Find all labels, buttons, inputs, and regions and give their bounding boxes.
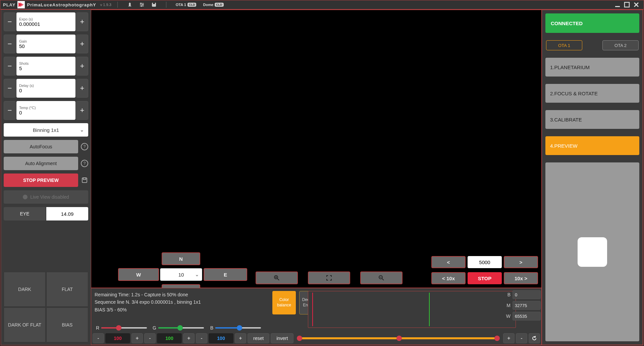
step-focus-rotate-button[interactable]: 2.FOCUS & ROTATE	[545, 84, 639, 103]
step-preview-button[interactable]: 4.PREVIEW	[545, 136, 639, 155]
ota1-status[interactable]: OTA 1 CLD	[176, 3, 197, 7]
step-planetarium-button[interactable]: 1.PLANETARIUM	[545, 58, 639, 77]
delay-minus-button[interactable]: −	[4, 79, 16, 98]
level-white-label: W	[504, 313, 511, 319]
histogram[interactable]	[308, 291, 516, 328]
move-speed-select[interactable]: 10 ⌄	[160, 268, 202, 281]
expo-minus-button[interactable]: −	[4, 12, 16, 31]
frame-darkflat-button[interactable]: DARK OF FLAT	[4, 307, 46, 342]
step-value[interactable]: 5000	[468, 256, 502, 268]
shots-field[interactable]: Shots 5	[16, 57, 75, 76]
blue-value[interactable]: 100	[209, 333, 233, 343]
blue-slider[interactable]	[215, 327, 261, 329]
step-forward-10x-button[interactable]: 10x >	[504, 272, 538, 284]
green-plus-button[interactable]: +	[183, 333, 195, 343]
reset-button[interactable]: reset	[248, 333, 269, 343]
focuser-stop-button[interactable]: STOP	[468, 272, 502, 284]
temp-minus-button[interactable]: −	[4, 101, 16, 120]
dome-badge: CLD	[215, 3, 224, 7]
image-viewport[interactable]: N S W E 10 ⌄ < 5000 >	[91, 10, 542, 288]
brand-full: PrimaLuceAstrophotographY	[27, 2, 96, 7]
range-reset-button[interactable]	[529, 333, 540, 343]
move-west-button[interactable]: W	[118, 268, 159, 281]
gain-plus-button[interactable]: +	[76, 35, 88, 53]
gain-value: 50	[19, 43, 73, 49]
move-speed-value: 10	[178, 272, 184, 278]
histogram-black-marker[interactable]	[312, 293, 313, 326]
red-value[interactable]: 100	[105, 333, 130, 343]
range-minus-button[interactable]: -	[516, 333, 527, 343]
preview-thumbnail[interactable]	[545, 162, 639, 341]
shots-plus-button[interactable]: +	[76, 57, 88, 76]
level-black-value[interactable]: 0	[513, 290, 541, 299]
level-mid-value[interactable]: 32775	[513, 301, 541, 310]
autofocus-button[interactable]: AutoFocus	[4, 140, 78, 153]
maximize-button[interactable]	[622, 0, 632, 9]
expo-field[interactable]: Expo (s) 0.000001	[16, 12, 75, 31]
eye-toggle-button[interactable]: EYE	[4, 207, 46, 220]
shots-row: − Shots 5 +	[4, 57, 88, 76]
app-logo-icon	[17, 1, 25, 8]
autoalign-button[interactable]: Auto Alignment	[4, 157, 78, 170]
shots-minus-button[interactable]: −	[4, 57, 16, 76]
zoom-in-button[interactable]	[256, 271, 298, 284]
range-right-thumb[interactable]	[494, 336, 500, 341]
svg-line-15	[382, 279, 384, 280]
close-button[interactable]	[632, 0, 641, 9]
blue-minus-button[interactable]: -	[196, 333, 207, 343]
frame-flat-button[interactable]: FLAT	[46, 272, 88, 307]
step-back-10x-button[interactable]: < 10x	[431, 272, 466, 284]
color-balance-button[interactable]: Color balance	[272, 291, 296, 314]
gain-field[interactable]: Gain 50	[16, 35, 75, 53]
temp-field[interactable]: Temp (°C) 0	[16, 101, 75, 120]
level-white-value[interactable]: 65535	[513, 312, 541, 320]
red-plus-button[interactable]: +	[131, 333, 143, 343]
ota1-tab[interactable]: OTA 1	[546, 40, 582, 50]
eye-value[interactable]: 14.09	[46, 207, 88, 220]
zoom-fit-button[interactable]	[308, 271, 350, 284]
step-forward-button[interactable]: >	[504, 256, 538, 268]
delay-plus-button[interactable]: +	[76, 79, 88, 98]
svg-point-1	[140, 3, 142, 4]
binning-select[interactable]: Binning 1x1 ⌄	[4, 123, 88, 137]
pin-icon[interactable]	[126, 1, 133, 8]
range-plus-button[interactable]: +	[503, 333, 515, 343]
gain-minus-button[interactable]: −	[4, 35, 16, 53]
green-value[interactable]: 100	[157, 333, 182, 343]
save-preset-icon[interactable]	[151, 1, 157, 8]
connection-status[interactable]: CONNECTED	[545, 13, 639, 33]
frame-bias-button[interactable]: BIAS	[46, 307, 88, 342]
move-east-button[interactable]: E	[204, 268, 247, 281]
step-calibrate-button[interactable]: 3.CALIBRATE	[545, 110, 639, 129]
blue-plus-button[interactable]: +	[235, 333, 246, 343]
save-image-icon[interactable]	[81, 177, 88, 184]
move-north-button[interactable]: N	[162, 252, 200, 265]
invert-button[interactable]: invert	[271, 333, 293, 343]
levels-range-slider[interactable]	[298, 337, 498, 339]
autofocus-help-icon[interactable]: ?	[81, 143, 88, 150]
green-slider[interactable]	[158, 327, 204, 329]
range-mid-thumb[interactable]	[396, 336, 402, 341]
green-minus-button[interactable]: -	[144, 333, 156, 343]
autoalign-help-icon[interactable]: ?	[81, 160, 88, 167]
red-slider[interactable]	[101, 327, 147, 329]
brand-play: PLAY	[3, 2, 15, 7]
expo-label: Expo (s)	[19, 17, 73, 21]
delay-field[interactable]: Delay (s) 0	[16, 79, 75, 98]
sliders-icon[interactable]	[139, 1, 145, 8]
delay-label: Delay (s)	[19, 84, 73, 88]
temp-plus-button[interactable]: +	[76, 101, 88, 120]
range-left-thumb[interactable]	[297, 336, 302, 341]
zoom-out-button[interactable]	[360, 271, 402, 284]
step-back-button[interactable]: <	[431, 256, 466, 268]
expo-plus-button[interactable]: +	[76, 12, 88, 31]
ota1-badge: CLD	[187, 3, 197, 7]
ota2-tab[interactable]: OTA 2	[602, 40, 639, 50]
dome-status[interactable]: Dome CLD	[203, 3, 223, 7]
stop-preview-button[interactable]: STOP PREVIEW	[4, 174, 78, 187]
histogram-mid-marker[interactable]	[429, 293, 430, 326]
red-minus-button[interactable]: -	[93, 333, 104, 343]
minimize-button[interactable]	[613, 0, 622, 9]
frame-dark-button[interactable]: DARK	[4, 272, 46, 307]
green-slider-label: G	[152, 325, 156, 331]
